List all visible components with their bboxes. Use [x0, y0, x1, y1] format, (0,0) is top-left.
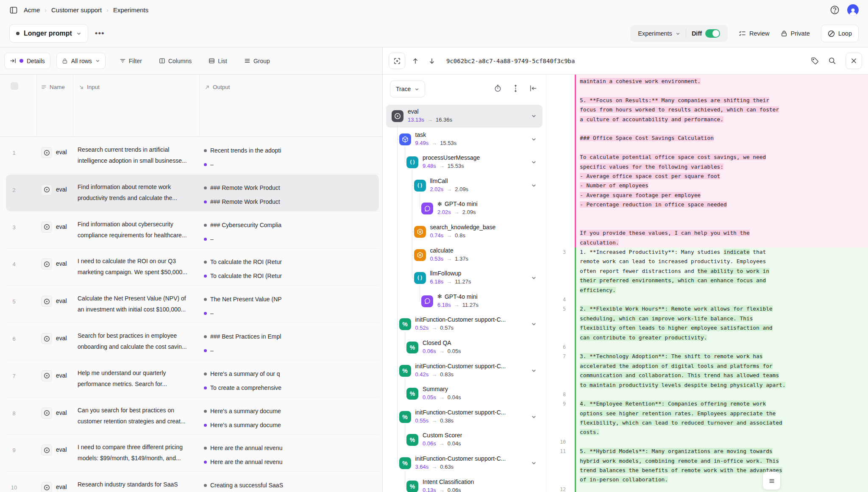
row-input-text: Find information about remote work	[78, 183, 198, 190]
row-output-text: ### Cybersecurity Complia	[210, 222, 380, 228]
chevron-down-icon[interactable]	[531, 368, 537, 373]
breadcrumb-project[interactable]: Customer support	[51, 6, 102, 14]
trace-row-gpt-4o-mini[interactable]: ✻GPT-4o mini6.18s→11.27s	[383, 290, 546, 313]
output-score-dot	[204, 372, 207, 375]
table-row[interactable]: 1evalResearch current trends in artifici…	[0, 137, 382, 174]
diff-menu-button[interactable]	[762, 472, 781, 490]
select-all-checkbox[interactable]	[11, 82, 18, 90]
diff-line-added: can contribute to greater productivity.	[546, 333, 868, 342]
prev-row-button[interactable]	[409, 55, 422, 67]
close-panel-button[interactable]	[846, 53, 862, 69]
group-button[interactable]: Group	[239, 53, 275, 69]
help-icon[interactable]	[830, 5, 840, 15]
columns-button[interactable]: Columns	[154, 53, 196, 69]
column-header-name[interactable]: Name	[41, 84, 65, 90]
trace-row-task[interactable]: task9.49s→15.53s	[383, 128, 546, 151]
trace-row-closed-qa[interactable]: %Closed QA0.06s→0.05s	[383, 336, 546, 359]
diff-line-added: hybrid work models, combining remote and…	[546, 456, 868, 466]
collapse-panel-icon[interactable]	[529, 84, 537, 92]
table-row[interactable]: 10evalResearch industry standards for Sa…	[0, 472, 382, 492]
row-output-text: ### Remote Work Product	[210, 198, 380, 205]
trace-row-custom-scorer[interactable]: %Custom Scorer0.06s→0.04s	[383, 428, 546, 451]
scorer-icon: %	[406, 342, 418, 353]
table-row[interactable]: 5evalCalculate the Net Present Value (NP…	[0, 286, 382, 323]
chevron-down-icon[interactable]	[531, 460, 537, 466]
diff-line-added: 10	[546, 437, 868, 447]
row-number: 7	[8, 373, 19, 379]
expand-trace-button[interactable]	[389, 53, 405, 69]
llm-icon	[421, 295, 433, 307]
search-icon[interactable]	[828, 57, 836, 65]
experiment-selector[interactable]: Longer prompt	[9, 24, 88, 43]
chevron-down-icon[interactable]	[531, 414, 537, 420]
trace-span-name: Custom Scorer	[423, 432, 462, 439]
trace-row-summary[interactable]: %Summary0.05s→0.04s	[383, 382, 546, 405]
function-icon: ()	[414, 272, 426, 284]
table-row[interactable]: 6evalSearch for best practices in employ…	[0, 323, 382, 360]
avatar[interactable]	[847, 4, 859, 16]
line-number	[546, 333, 575, 342]
trace-row-initfunction-customer-support-c-[interactable]: %initFunction-Customer support-C...0.42s…	[383, 359, 546, 382]
output-score-dot	[204, 349, 207, 352]
chevron-down-icon[interactable]	[531, 136, 537, 142]
column-header-output[interactable]: Output	[205, 84, 230, 90]
lock-icon	[62, 58, 68, 64]
trace-row-calculate[interactable]: calculate0.53s→1.37s	[383, 244, 546, 267]
diff-output-view[interactable]: maintain a cohesive work environment.5. …	[546, 75, 868, 492]
row-input-text: Can you search for best practices on	[78, 407, 198, 414]
trace-row-intent-classification[interactable]: %Intent Classification0.13s→0.06s	[383, 475, 546, 492]
trace-row-initfunction-customer-support-c-[interactable]: %initFunction-Customer support-C...0.52s…	[383, 313, 546, 336]
diff-line-removed: a culture of accountability and performa…	[546, 115, 868, 124]
chevron-down-icon[interactable]	[531, 183, 537, 188]
all-rows-dropdown[interactable]: All rows	[56, 53, 106, 69]
loop-button[interactable]: Loop	[821, 25, 859, 42]
trace-view-dropdown[interactable]: Trace	[390, 81, 425, 97]
trace-row-llmfollowup[interactable]: ()llmFollowup6.18s→11.27s	[383, 267, 546, 289]
private-button[interactable]: Private	[781, 30, 810, 37]
filter-button[interactable]: Filter	[115, 53, 147, 69]
trace-row-initfunction-customer-support-c-[interactable]: %initFunction-Customer support-C...3.64s…	[383, 452, 546, 475]
details-button[interactable]: Details	[4, 53, 50, 69]
diff-line-added: 115. **Hybrid Models**: Many organizatio…	[546, 447, 868, 456]
trace-span-name: processUserMessage	[423, 154, 480, 161]
row-output-text: –	[210, 161, 380, 168]
trace-row-processusermessage[interactable]: ()processUserMessage9.48s→15.53s	[383, 151, 546, 174]
next-row-button[interactable]	[426, 55, 438, 67]
tag-icon[interactable]	[811, 57, 819, 65]
list-button[interactable]: List	[204, 53, 232, 69]
trace-row-search-knowledge-base[interactable]: search_knowledge_base0.74s→0.8s	[383, 220, 546, 243]
more-actions-button[interactable]: •••	[95, 29, 105, 38]
line-number	[546, 162, 575, 172]
tree-connector	[397, 124, 399, 140]
sidebar-toggle-icon[interactable]	[9, 6, 18, 14]
table-row[interactable]: 2evalFind information about remote workp…	[0, 174, 382, 211]
trace-row-llmcall[interactable]: ()llmCall2.02s→2.09s	[383, 174, 546, 197]
trace-row-gpt-4o-mini[interactable]: ✻GPT-4o mini2.02s→2.09s	[383, 197, 546, 220]
line-number	[546, 371, 575, 380]
trace-row-eval[interactable]: eval13.13s→16.36s	[383, 105, 546, 128]
table-row[interactable]: 7evalHelp me understand our quarterlyper…	[0, 360, 382, 397]
trace-row-initfunction-customer-support-c-[interactable]: %initFunction-Customer support-C...0.55s…	[383, 406, 546, 428]
tree-connector	[405, 424, 406, 440]
table-row[interactable]: 3evalFind information about cybersecurit…	[0, 211, 382, 249]
table-row[interactable]: 4evalI need to calculate the ROI on our …	[0, 248, 382, 286]
diff-line-removed	[546, 124, 868, 133]
chevron-down-icon[interactable]	[531, 275, 537, 281]
chevron-down-icon[interactable]	[531, 113, 537, 119]
breadcrumb-experiments[interactable]: Experiments	[113, 6, 148, 14]
diff-line-removed: 5. **Focus on Results:** Many companies …	[546, 96, 868, 105]
diff-toggle[interactable]	[705, 29, 720, 38]
table-row[interactable]: 9evalI need to compare three different p…	[0, 434, 382, 472]
chevron-down-icon[interactable]	[531, 321, 537, 327]
expand-all-icon[interactable]	[512, 84, 520, 92]
breadcrumb-acme[interactable]: Acme	[24, 6, 40, 14]
line-number	[546, 228, 575, 238]
row-number: 1	[8, 150, 19, 156]
chevron-down-icon[interactable]	[531, 159, 537, 165]
table-row[interactable]: 8evalCan you search for best practices o…	[0, 397, 382, 435]
view-dropdown[interactable]: Experiments	[632, 30, 686, 37]
span-id[interactable]: 9c062bc2-a8c7-4a88-9749-5cf840f3c9ba	[446, 58, 575, 64]
review-button[interactable]: Review	[739, 30, 770, 37]
timer-icon[interactable]	[494, 84, 502, 92]
column-header-input[interactable]: Input	[79, 84, 100, 90]
